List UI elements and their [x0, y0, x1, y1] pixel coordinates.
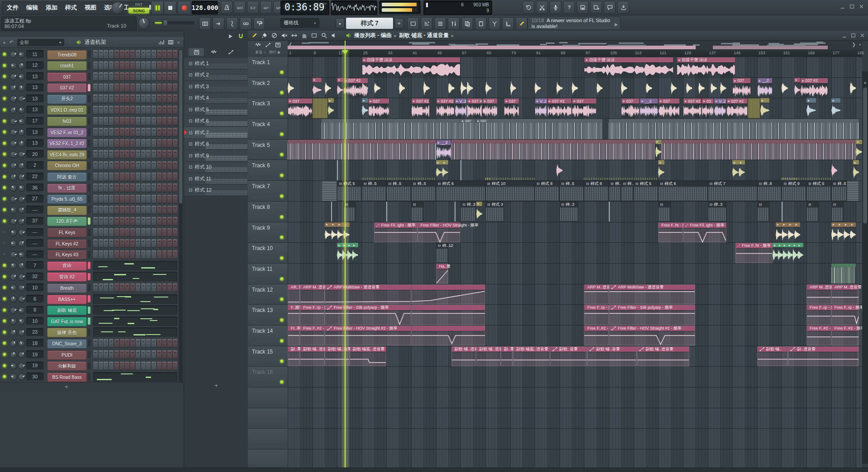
pan-knob[interactable] [10, 329, 17, 336]
track-lane[interactable]: F..频率Free F..rp - 频率Free Filter - Silk p… [288, 305, 862, 326]
audio-clip[interactable] [646, 78, 652, 98]
channel-led[interactable] [3, 130, 6, 134]
channel-mute-strip[interactable] [88, 195, 90, 203]
step-cell[interactable] [173, 362, 177, 370]
audio-clip[interactable]: ▸037 [460, 119, 476, 139]
step-cell[interactable] [167, 150, 172, 158]
channel-led[interactable] [3, 308, 6, 312]
automation-clip[interactable]: Free F..#2 - 频率 [584, 326, 609, 346]
step-cell[interactable] [136, 161, 140, 170]
channel-target-number[interactable]: 19 [26, 362, 43, 369]
channel-button[interactable]: 副歌 铺底 [47, 306, 87, 315]
step-cell[interactable] [152, 339, 156, 347]
step-cell[interactable] [93, 106, 98, 114]
pan-knob[interactable] [10, 240, 17, 247]
step-cell[interactable] [109, 350, 114, 359]
step-cell[interactable] [93, 239, 98, 247]
pattern-clip[interactable]: ⊟样..5 [411, 181, 436, 201]
step-cell[interactable] [141, 84, 146, 92]
channel-mute-strip[interactable] [88, 95, 90, 102]
channel-led[interactable] [3, 330, 6, 334]
channel-button[interactable]: FL Keys [47, 228, 87, 237]
step-cell[interactable] [104, 250, 108, 259]
audio-clip[interactable]: ▸ [343, 222, 350, 243]
pattern-clip[interactable]: ⊟样..5 [386, 181, 411, 201]
step-cell[interactable] [173, 217, 177, 225]
pattern-clip[interactable]: ⊟样式 5 [634, 181, 659, 201]
step-cell[interactable] [167, 195, 172, 203]
step-cell[interactable] [104, 228, 108, 236]
channel-button[interactable]: 120..8干声 [47, 217, 87, 226]
pattern-clip[interactable]: ⊟ [411, 202, 423, 222]
automation-clip[interactable]: Free Filter - HOV Straight #2 - 频率 [609, 326, 695, 346]
multiselect-label[interactable]: 多选 ○ [255, 50, 266, 55]
step-cell[interactable] [146, 84, 151, 92]
step-cell[interactable] [114, 106, 119, 114]
step-cell[interactable] [125, 106, 129, 114]
channel-button[interactable]: 开头2 [47, 94, 87, 104]
step-cell[interactable] [157, 84, 161, 92]
automation-clip[interactable]: 副歌 铺..音量 [325, 346, 350, 367]
step-cell[interactable] [99, 50, 103, 58]
track-led[interactable] [280, 297, 284, 301]
step-cell[interactable] [141, 61, 146, 70]
step-cell[interactable] [162, 61, 167, 70]
step-cell[interactable] [125, 173, 129, 181]
step-cell[interactable] [167, 128, 172, 136]
step-cell[interactable] [146, 239, 151, 247]
step-cell[interactable] [152, 84, 156, 92]
channel-mute-strip[interactable] [88, 151, 90, 158]
volume-knob[interactable] [18, 340, 25, 347]
step-cell[interactable] [104, 50, 108, 58]
step-cell[interactable] [141, 217, 146, 225]
track-led[interactable] [280, 339, 284, 343]
automation-clip[interactable]: Free Filter - Silk polyarp - 频率 [609, 305, 695, 325]
step-cell[interactable] [146, 161, 151, 170]
piano-preview[interactable] [93, 261, 177, 270]
pan-knob[interactable] [10, 218, 17, 225]
step-cell[interactable] [146, 94, 151, 103]
step-cell[interactable] [130, 217, 135, 225]
step-cell[interactable] [157, 184, 161, 192]
step-cell[interactable] [93, 339, 98, 347]
audio-clip[interactable] [467, 78, 473, 98]
audio-clip[interactable]: ▸03 [702, 98, 714, 118]
piano-preview[interactable] [93, 294, 177, 304]
step-cell[interactable] [125, 117, 129, 125]
channel-button[interactable]: 分解和旋 [47, 361, 87, 371]
step-cell[interactable] [120, 139, 124, 147]
channel-button[interactable]: FL Keys #3 [47, 250, 87, 260]
automation-clip[interactable]: 副歌 铺..道音量 [451, 346, 476, 367]
step-cell[interactable] [130, 72, 135, 80]
channel-mute-strip[interactable] [88, 73, 90, 80]
step-cell[interactable] [99, 161, 103, 170]
step-cell[interactable] [136, 61, 140, 70]
step-cell[interactable] [109, 339, 114, 347]
pattern-clip[interactable]: ⊟样式 6 [436, 181, 485, 201]
step-cell[interactable] [173, 61, 177, 70]
audio-clip[interactable]: ▸ [794, 78, 801, 98]
step-cell[interactable] [114, 161, 119, 170]
channel-mute-strip[interactable] [88, 217, 90, 225]
automation-clip[interactable]: Free F..rp - 频率 [584, 305, 609, 325]
step-cell[interactable] [104, 150, 108, 158]
step-cell[interactable] [152, 206, 156, 214]
step-cell[interactable] [167, 350, 172, 359]
pattern-clip[interactable]: ⊟样式 3 [485, 202, 504, 222]
audio-clip[interactable]: ▸ [352, 243, 358, 263]
track-lane[interactable]: ▸▸▸▸▸▸▸▸▸▸▸▸Free Fil..ight - 频率Free Filt… [288, 222, 862, 243]
step-cell[interactable] [109, 239, 114, 247]
step-cell[interactable] [120, 228, 124, 236]
step-cell[interactable] [120, 250, 124, 259]
audio-clip[interactable]: ▸037 #2 [683, 98, 702, 118]
maximize-button[interactable] [849, 32, 857, 39]
wait-input-icon[interactable]: ШO [234, 1, 246, 14]
step-cell[interactable] [162, 250, 167, 259]
step-cell[interactable] [136, 84, 140, 92]
step-cell[interactable] [136, 228, 140, 236]
audio-clip[interactable]: ▸V..2 [455, 98, 467, 118]
channel-button[interactable]: VES2 F..er 01_2 [47, 128, 87, 137]
track-led[interactable] [280, 256, 284, 260]
step-cell[interactable] [157, 195, 161, 203]
pattern-clip[interactable]: ⊟样..12 [436, 243, 448, 263]
